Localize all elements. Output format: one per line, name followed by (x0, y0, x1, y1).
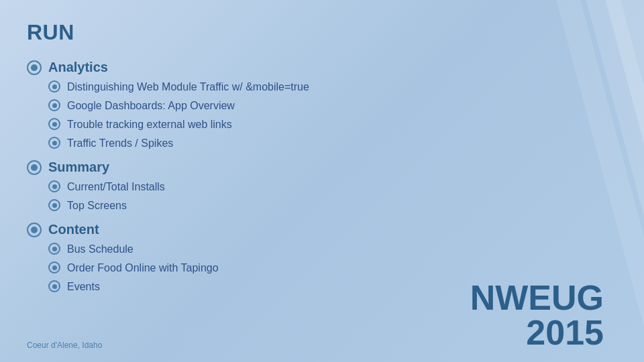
sub-bullet-outer-c1 (48, 261, 60, 274)
sub-bullet-inner-3 (52, 141, 57, 145)
sub-item-2: Trouble tracking external web links (48, 117, 617, 133)
sub-item-summary-0: Current/Total Installs (48, 179, 617, 195)
sub-bullet-inner-s1 (52, 203, 57, 208)
section-summary: Summary Current/Total Installs Top Scree… (27, 160, 617, 214)
sub-bullet-inner-c1 (52, 265, 57, 270)
bullet-outer-analytics (27, 60, 42, 75)
sub-bullet-inner-1 (52, 103, 57, 108)
sub-bullet-outer-3 (48, 137, 60, 149)
sub-bullet-inner-0 (52, 84, 57, 89)
sub-bullet-outer-0 (48, 80, 60, 93)
section-analytics: Analytics Distinguishing Web Module Traf… (27, 60, 617, 152)
brand-line1: NWEUG (470, 280, 604, 315)
sub-bullet-inner-c2 (52, 284, 57, 289)
section-item-content: Content (27, 222, 617, 237)
sub-bullet-outer-1 (48, 99, 60, 111)
bullet-inner-analytics (31, 64, 38, 71)
section-item-analytics: Analytics (27, 60, 617, 75)
bullet-outer-summary (27, 160, 42, 175)
sub-label-content-0: Bus Schedule (67, 241, 133, 257)
section-item-summary: Summary (27, 160, 617, 175)
brand-line2: 2015 (470, 315, 604, 350)
section-label-analytics: Analytics (48, 60, 108, 75)
sub-label-content-2: Events (67, 279, 100, 295)
sub-bullet-inner-c0 (52, 247, 57, 251)
sub-item-content-1: Order Food Online with Tapingo (48, 260, 617, 276)
sections-list: Analytics Distinguishing Web Module Traf… (27, 60, 617, 295)
bullet-outer-content (27, 223, 42, 237)
sub-item-summary-1: Top Screens (48, 198, 617, 214)
page-title: RUN (27, 20, 617, 45)
sub-item-content-0: Bus Schedule (48, 241, 617, 257)
sub-items-summary: Current/Total Installs Top Screens (48, 179, 617, 214)
sub-label-analytics-1: Google Dashboards: App Overview (67, 98, 235, 114)
sub-bullet-outer-c0 (48, 243, 60, 255)
sub-items-analytics: Distinguishing Web Module Traffic w/ &mo… (48, 79, 617, 152)
sub-item-1: Google Dashboards: App Overview (48, 98, 617, 114)
sub-item-0: Distinguishing Web Module Traffic w/ &mo… (48, 79, 617, 95)
sub-label-analytics-3: Traffic Trends / Spikes (67, 135, 173, 152)
bullet-inner-summary (31, 164, 38, 171)
footer-brand: NWEUG 2015 (470, 280, 604, 350)
sub-bullet-inner-2 (52, 122, 57, 127)
bullet-inner-content (31, 227, 38, 233)
sub-item-3: Traffic Trends / Spikes (48, 135, 617, 152)
sub-label-analytics-0: Distinguishing Web Module Traffic w/ &mo… (67, 79, 309, 95)
sub-label-summary-1: Top Screens (67, 198, 127, 214)
footer-location: Coeur d'Alene, Idaho (27, 341, 102, 350)
sub-bullet-outer-2 (48, 118, 60, 130)
section-label-summary: Summary (48, 160, 109, 175)
sub-bullet-inner-s0 (52, 184, 57, 189)
sub-bullet-outer-s1 (48, 199, 60, 211)
section-label-content: Content (48, 222, 99, 237)
sub-bullet-outer-c2 (48, 280, 60, 292)
sub-label-content-1: Order Food Online with Tapingo (67, 260, 219, 276)
sub-bullet-outer-s0 (48, 180, 60, 192)
sub-label-summary-0: Current/Total Installs (67, 179, 165, 195)
sub-label-analytics-2: Trouble tracking external web links (67, 117, 232, 133)
